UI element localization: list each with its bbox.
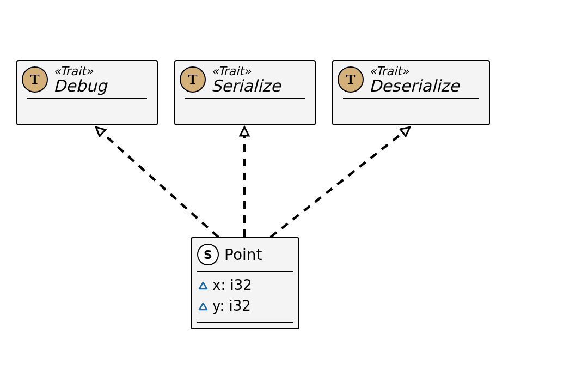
struct-name: Point (224, 246, 262, 264)
trait-badge-icon: T (338, 66, 364, 93)
trait-stereotype: «Trait» (53, 65, 107, 77)
divider (27, 98, 147, 99)
trait-deserialize: T «Trait» Deserialize (332, 60, 490, 125)
field-text: y: i32 (212, 296, 251, 317)
trait-badge-letter: T (188, 71, 197, 88)
field-name: x (212, 277, 220, 293)
field-type: i32 (229, 298, 251, 314)
struct-field-list: x: i32 y: i32 (192, 272, 298, 322)
struct-point: S Point x: i32 y: i32 (191, 237, 299, 329)
trait-serialize-header: T «Trait» Serialize (175, 61, 315, 98)
trait-stereotype: «Trait» (211, 65, 280, 77)
trait-name: Debug (53, 77, 107, 95)
struct-badge-icon: S (197, 244, 219, 265)
field-text: x: i32 (212, 275, 252, 296)
struct-badge-letter: S (204, 248, 212, 262)
trait-badge-icon: T (180, 66, 206, 93)
struct-field: y: i32 (198, 296, 293, 317)
realization-to-debug (96, 128, 218, 237)
diagram-canvas: T «Trait» Debug T «Trait» Serialize T (0, 0, 588, 375)
trait-debug: T «Trait» Debug (16, 60, 158, 125)
trait-badge-icon: T (22, 66, 48, 93)
public-field-marker-icon (198, 302, 208, 311)
divider (343, 98, 479, 99)
field-name: y (212, 298, 220, 314)
trait-serialize: T «Trait» Serialize (174, 60, 316, 125)
trait-badge-letter: T (346, 71, 355, 88)
trait-stereotype: «Trait» (369, 65, 460, 77)
divider (185, 98, 305, 99)
public-field-marker-icon (198, 281, 208, 290)
field-type: i32 (230, 277, 252, 293)
trait-debug-header: T «Trait» Debug (17, 61, 157, 98)
realization-to-deserialize (271, 128, 409, 237)
struct-header: S Point (192, 238, 298, 271)
struct-field: x: i32 (198, 275, 293, 296)
trait-name: Deserialize (369, 77, 460, 95)
trait-name: Serialize (211, 77, 280, 95)
trait-deserialize-header: T «Trait» Deserialize (333, 61, 489, 98)
trait-badge-letter: T (30, 71, 39, 88)
